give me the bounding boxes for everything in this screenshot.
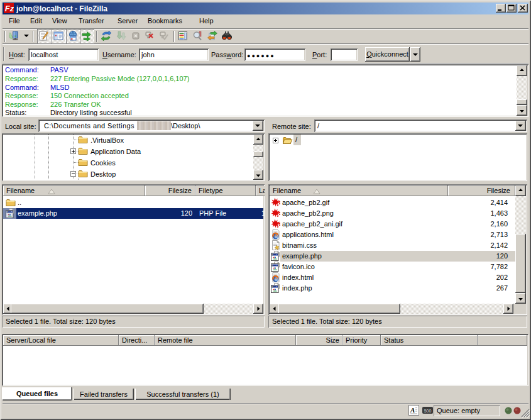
svg-text:A: A <box>410 406 415 414</box>
svg-text:Fz: Fz <box>5 4 14 13</box>
svg-text:500: 500 <box>424 409 432 413</box>
